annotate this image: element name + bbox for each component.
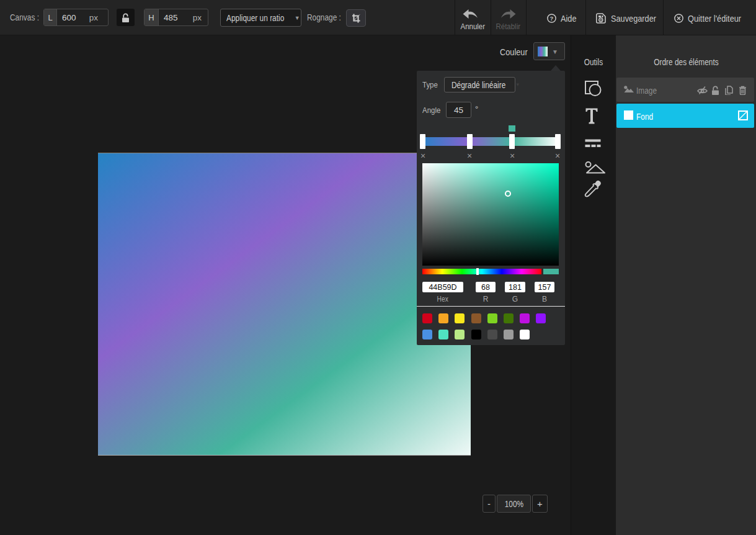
svg-text:?: ?	[550, 15, 554, 22]
